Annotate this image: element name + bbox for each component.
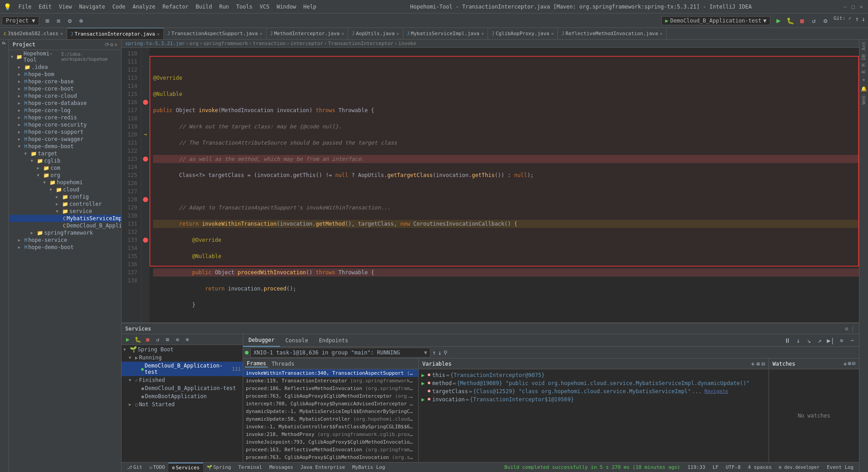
- code-content-wrapper[interactable]: @Override @Nullable public Object invoke…: [149, 48, 859, 322]
- tab-console[interactable]: Console: [280, 334, 314, 347]
- status-lf[interactable]: LF: [709, 464, 722, 470]
- frame-5[interactable]: dynamicUpdate:-1, MybatisServiceImpl$$En…: [243, 408, 418, 415]
- tab-reflective[interactable]: J ReflectiveMethodInvocation.java ✕: [558, 28, 666, 39]
- menu-edit[interactable]: Edit: [35, 4, 55, 10]
- favorites-icon[interactable]: ★: [862, 77, 865, 82]
- navigate-link[interactable]: Navigate: [705, 388, 728, 394]
- tree-item-idea[interactable]: ▶ 📁 .idea: [9, 64, 121, 71]
- var-invocation[interactable]: ▶ ● invocation = {TransactionInterceptor…: [421, 395, 766, 404]
- frame-2[interactable]: proceed:186, ReflectiveMethodInvocation …: [243, 385, 418, 392]
- menu-help[interactable]: Help: [300, 4, 320, 10]
- service-run-btn[interactable]: ▶: [123, 335, 132, 344]
- menu-tools[interactable]: Tools: [233, 4, 256, 10]
- service-btn6[interactable]: ≡: [173, 335, 182, 344]
- dbg-pause-btn[interactable]: ⏸: [782, 336, 792, 345]
- frame-4[interactable]: intercept:708, CglibAopProxy$DynamicAdvi…: [243, 400, 418, 408]
- tab-method-interceptor[interactable]: J MethodInterceptor.java ✕: [267, 28, 348, 39]
- status-spaces[interactable]: 4 spaces: [744, 464, 775, 470]
- threads-tab-label[interactable]: Threads: [270, 361, 296, 367]
- watch-collapse-btn[interactable]: ⊟: [852, 360, 855, 368]
- service-democcloud-finished[interactable]: ● DemoCloud_B_Application-test: [122, 384, 243, 392]
- tree-item-controller[interactable]: ▶ 📁 controller: [9, 200, 121, 208]
- run-button[interactable]: ▶: [773, 15, 784, 26]
- tab-transaction-interceptor[interactable]: J TransactionInterceptor.java ✕: [67, 28, 164, 39]
- breadcrumb-part-6[interactable]: TransactionInterceptor: [328, 41, 394, 46]
- code-editor[interactable]: 110 111 112 113 114 115 116 117 118 119 …: [122, 48, 859, 322]
- bottom-tab-git[interactable]: ⎇ Git: [123, 463, 146, 472]
- tree-item-hope-core-security[interactable]: ▶ M hope-core-security: [9, 121, 121, 128]
- notifications-icon[interactable]: 🔔: [861, 86, 867, 92]
- menu-vcs[interactable]: VCS: [256, 4, 273, 10]
- sidebar-sync-btn[interactable]: ⟳: [105, 41, 109, 48]
- service-democcloud-running[interactable]: ● DemoCloud_B_Application-test 111: [122, 362, 243, 376]
- bottom-tab-mybatis[interactable]: MyBatis Log: [348, 463, 389, 472]
- frame-11[interactable]: proceed:763, CglibAopProxy$CglibMethodIn…: [243, 454, 418, 461]
- tree-item-com[interactable]: ▶ 📁 com: [9, 164, 121, 172]
- tab-cglib-proxy[interactable]: J CglibAopProxy.java ✕: [488, 28, 558, 39]
- tree-item-hope-core-swagger[interactable]: ▶ M hope-core-swagger: [9, 136, 121, 143]
- project-icon[interactable]: P: [1, 41, 7, 45]
- bottom-tab-spring[interactable]: 🌱 Spring: [203, 463, 235, 472]
- service-restart-btn[interactable]: ↺: [153, 335, 162, 344]
- tree-item-service[interactable]: ▼ 📁 service: [9, 208, 121, 215]
- toolbar-btn-1[interactable]: ⊞: [42, 15, 53, 26]
- services-more-btn[interactable]: ⋮: [850, 326, 855, 332]
- services-settings-btn[interactable]: ⚙: [845, 326, 848, 332]
- bottom-tab-terminal[interactable]: Terminal: [235, 463, 266, 472]
- git-pull-btn[interactable]: ↓: [861, 15, 866, 26]
- service-debug-btn[interactable]: 🐛: [133, 335, 142, 344]
- service-not-started[interactable]: ▶ ○ Not Started: [122, 400, 243, 408]
- tree-item-cglib[interactable]: ▼ 📁 cglib: [9, 157, 121, 164]
- dbg-run-to-cursor-btn[interactable]: ▶|: [826, 336, 836, 345]
- breadcrumb-part-1[interactable]: spring-tx-5.3.21.jar: [125, 41, 185, 46]
- tab-class-file[interactable]: c 3$$d2eba582.class ✕: [0, 28, 67, 39]
- bottom-tab-javaenterprise[interactable]: Java Enterprise: [297, 463, 348, 472]
- tree-item-hope-core-boot[interactable]: ▶ M hope-core-boot: [9, 85, 121, 92]
- frames-tab-label[interactable]: Frames: [245, 360, 268, 368]
- service-running[interactable]: ▼ ▶ Running: [122, 354, 243, 362]
- toolbar-more-1[interactable]: ↺: [808, 15, 819, 26]
- maven-icon[interactable]: M: [861, 64, 867, 67]
- tree-item-org[interactable]: ▼ 📁 org: [9, 172, 121, 179]
- tree-item-hope-demo-boot2[interactable]: ▶ M hope-demo-boot: [9, 244, 121, 251]
- var-expand-btn[interactable]: ⊞: [757, 361, 760, 367]
- tree-item-hope-core-cloud[interactable]: ▶ M hope-core-cloud: [9, 92, 121, 100]
- tree-item-hope-core-log[interactable]: ▶ M hope-core-log: [9, 107, 121, 114]
- watch-expand-btn[interactable]: ⊞: [848, 360, 851, 368]
- bottom-tab-services[interactable]: ⚙ Services: [168, 463, 203, 472]
- breadcrumb-part-4[interactable]: transaction: [253, 41, 286, 46]
- maximize-button[interactable]: □: [850, 4, 856, 10]
- tree-item-hope-core-database[interactable]: ▶ M hope-core-database: [9, 100, 121, 107]
- tree-item-mybatis-impl[interactable]: C MybatisServiceImpl$S: [9, 215, 121, 222]
- tree-item-config[interactable]: ▶ 📁 config: [9, 193, 121, 200]
- menu-refactor[interactable]: Refactor: [159, 4, 192, 10]
- breadcrumb-part-3[interactable]: springframework: [203, 41, 248, 46]
- tree-item-springframework[interactable]: ▶ 📁 springframework: [9, 229, 121, 236]
- frame-6[interactable]: dynamicUpdate:58, MybatisController (org…: [243, 415, 418, 423]
- dbg-step-out-btn[interactable]: ↗: [815, 336, 825, 345]
- git-push-btn[interactable]: ↑: [854, 15, 859, 26]
- debug-button[interactable]: 🐛: [785, 15, 796, 26]
- dbg-more-btn[interactable]: ⋯: [847, 336, 857, 345]
- tab-mybatis-service[interactable]: J MybatisServiceImpl.java ✕: [403, 28, 488, 39]
- sidebar-gear-btn[interactable]: ⚙: [110, 41, 113, 48]
- frame-1[interactable]: invoke:119, TransactionInterceptor (org.…: [243, 377, 418, 385]
- project-selector[interactable]: Project ▼: [2, 16, 39, 25]
- dbg-step-into-btn[interactable]: ↘: [804, 336, 814, 345]
- tab-endpoints[interactable]: Endpoints: [313, 334, 353, 347]
- stop-run-button[interactable]: ■: [796, 15, 807, 26]
- bottom-tab-todo[interactable]: ☑ TODO: [146, 463, 169, 472]
- var-this[interactable]: ▶ ● this = {TransactionInterceptor@9075}: [421, 371, 766, 379]
- var-collapse-btn[interactable]: ⊟: [762, 361, 765, 367]
- tree-item-target[interactable]: ▼ 📁 target: [9, 150, 121, 157]
- toolbar-btn-4[interactable]: ⊕: [76, 15, 86, 26]
- service-stop-btn[interactable]: ■: [143, 335, 152, 344]
- breadcrumb-part-5[interactable]: interceptor: [290, 41, 323, 46]
- tab-debugger[interactable]: Debugger: [243, 334, 280, 347]
- service-democboot[interactable]: ● DemoBootApplication: [122, 392, 243, 400]
- menu-run[interactable]: Run: [216, 4, 233, 10]
- tree-item-hope-demo-boot[interactable]: ▼ M hope-demo-boot: [9, 143, 121, 150]
- thread-nav-down[interactable]: ↓: [438, 349, 441, 356]
- frame-8[interactable]: invoke:218, MethodProxy (org.springframe…: [243, 431, 418, 438]
- menu-build[interactable]: Build: [192, 4, 216, 10]
